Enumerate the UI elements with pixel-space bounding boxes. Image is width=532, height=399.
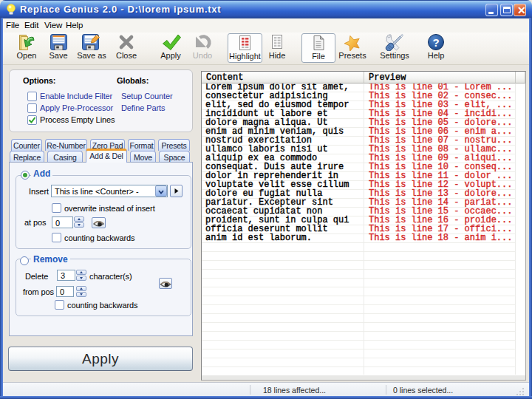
svg-text:?: ? [432, 36, 439, 49]
